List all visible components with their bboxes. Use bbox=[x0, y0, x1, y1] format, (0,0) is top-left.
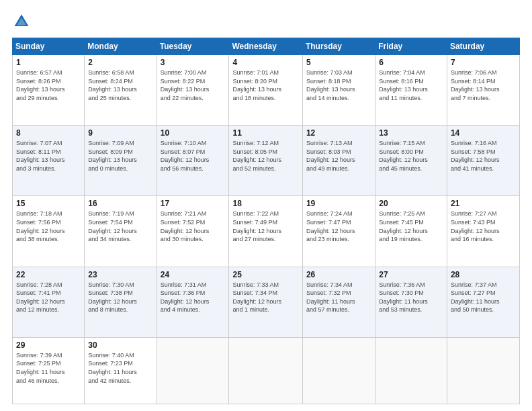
day-info: Sunrise: 7:09 AM Sunset: 8:09 PM Dayligh… bbox=[88, 139, 152, 173]
weekday-row: SundayMondayTuesdayWednesdayThursdayFrid… bbox=[13, 38, 520, 55]
day-info: Sunrise: 7:31 AM Sunset: 7:36 PM Dayligh… bbox=[161, 281, 226, 314]
calendar-cell: 24Sunrise: 7:31 AM Sunset: 7:36 PM Dayli… bbox=[157, 267, 229, 337]
calendar-cell: 29Sunrise: 7:39 AM Sunset: 7:25 PM Dayli… bbox=[13, 337, 85, 404]
calendar-cell: 16Sunrise: 7:19 AM Sunset: 7:54 PM Dayli… bbox=[85, 196, 157, 267]
day-number: 1 bbox=[16, 58, 81, 67]
header bbox=[12, 12, 520, 31]
weekday-header-thursday: Thursday bbox=[302, 38, 375, 55]
day-info: Sunrise: 7:06 AM Sunset: 8:14 PM Dayligh… bbox=[451, 68, 516, 102]
calendar-cell: 18Sunrise: 7:22 AM Sunset: 7:49 PM Dayli… bbox=[229, 196, 302, 267]
calendar-cell: 28Sunrise: 7:37 AM Sunset: 7:27 PM Dayli… bbox=[447, 267, 519, 337]
calendar-week-0: 1Sunrise: 6:57 AM Sunset: 8:26 PM Daylig… bbox=[13, 55, 520, 126]
calendar-cell: 5Sunrise: 7:03 AM Sunset: 8:18 PM Daylig… bbox=[302, 55, 375, 126]
calendar-cell bbox=[302, 337, 375, 404]
calendar-week-2: 15Sunrise: 7:18 AM Sunset: 7:56 PM Dayli… bbox=[13, 196, 520, 267]
calendar-cell: 21Sunrise: 7:27 AM Sunset: 7:43 PM Dayli… bbox=[447, 196, 519, 267]
day-number: 19 bbox=[306, 199, 371, 208]
day-info: Sunrise: 7:04 AM Sunset: 8:16 PM Dayligh… bbox=[379, 68, 443, 102]
logo-icon bbox=[12, 12, 31, 31]
day-number: 12 bbox=[306, 128, 371, 138]
day-number: 10 bbox=[161, 128, 226, 138]
day-info: Sunrise: 7:39 AM Sunset: 7:25 PM Dayligh… bbox=[16, 351, 81, 385]
calendar-cell: 7Sunrise: 7:06 AM Sunset: 8:14 PM Daylig… bbox=[447, 55, 519, 126]
calendar-cell: 1Sunrise: 6:57 AM Sunset: 8:26 PM Daylig… bbox=[13, 55, 85, 126]
calendar-cell: 25Sunrise: 7:33 AM Sunset: 7:34 PM Dayli… bbox=[229, 267, 302, 337]
calendar-cell: 15Sunrise: 7:18 AM Sunset: 7:56 PM Dayli… bbox=[13, 196, 85, 267]
calendar-cell: 8Sunrise: 7:07 AM Sunset: 8:11 PM Daylig… bbox=[13, 126, 85, 196]
day-info: Sunrise: 7:18 AM Sunset: 7:56 PM Dayligh… bbox=[16, 210, 81, 243]
day-info: Sunrise: 7:37 AM Sunset: 7:27 PM Dayligh… bbox=[451, 281, 516, 314]
calendar-cell: 6Sunrise: 7:04 AM Sunset: 8:16 PM Daylig… bbox=[375, 55, 447, 126]
day-number: 22 bbox=[16, 270, 81, 279]
calendar-cell: 4Sunrise: 7:01 AM Sunset: 8:20 PM Daylig… bbox=[229, 55, 302, 126]
day-number: 30 bbox=[88, 340, 152, 350]
weekday-header-saturday: Saturday bbox=[447, 38, 519, 55]
calendar-cell: 11Sunrise: 7:12 AM Sunset: 8:05 PM Dayli… bbox=[229, 126, 302, 196]
day-info: Sunrise: 6:58 AM Sunset: 8:24 PM Dayligh… bbox=[88, 68, 152, 102]
calendar-week-4: 29Sunrise: 7:39 AM Sunset: 7:25 PM Dayli… bbox=[13, 337, 520, 404]
calendar-cell: 10Sunrise: 7:10 AM Sunset: 8:07 PM Dayli… bbox=[157, 126, 229, 196]
day-number: 5 bbox=[306, 58, 371, 67]
day-info: Sunrise: 7:22 AM Sunset: 7:49 PM Dayligh… bbox=[232, 210, 298, 243]
day-info: Sunrise: 6:57 AM Sunset: 8:26 PM Dayligh… bbox=[16, 68, 81, 102]
day-info: Sunrise: 7:40 AM Sunset: 7:23 PM Dayligh… bbox=[88, 351, 152, 385]
day-info: Sunrise: 7:03 AM Sunset: 8:18 PM Dayligh… bbox=[306, 68, 371, 102]
day-number: 29 bbox=[16, 340, 81, 350]
page: SundayMondayTuesdayWednesdayThursdayFrid… bbox=[0, 0, 532, 411]
day-number: 27 bbox=[379, 270, 443, 279]
day-info: Sunrise: 7:36 AM Sunset: 7:30 PM Dayligh… bbox=[379, 281, 443, 314]
day-number: 15 bbox=[16, 199, 81, 208]
calendar-cell: 13Sunrise: 7:15 AM Sunset: 8:00 PM Dayli… bbox=[375, 126, 447, 196]
calendar-cell: 14Sunrise: 7:16 AM Sunset: 7:58 PM Dayli… bbox=[447, 126, 519, 196]
day-number: 4 bbox=[232, 58, 298, 67]
day-number: 28 bbox=[451, 270, 516, 279]
calendar-cell bbox=[157, 337, 229, 404]
weekday-header-wednesday: Wednesday bbox=[229, 38, 302, 55]
calendar-cell: 2Sunrise: 6:58 AM Sunset: 8:24 PM Daylig… bbox=[85, 55, 157, 126]
day-number: 14 bbox=[451, 128, 516, 138]
day-number: 13 bbox=[379, 128, 443, 138]
calendar-cell: 30Sunrise: 7:40 AM Sunset: 7:23 PM Dayli… bbox=[85, 337, 157, 404]
day-number: 25 bbox=[232, 270, 298, 279]
calendar-cell: 3Sunrise: 7:00 AM Sunset: 8:22 PM Daylig… bbox=[157, 55, 229, 126]
day-number: 26 bbox=[306, 270, 371, 279]
day-info: Sunrise: 7:33 AM Sunset: 7:34 PM Dayligh… bbox=[232, 281, 298, 314]
day-info: Sunrise: 7:24 AM Sunset: 7:47 PM Dayligh… bbox=[306, 210, 371, 243]
calendar-body: 1Sunrise: 6:57 AM Sunset: 8:26 PM Daylig… bbox=[13, 55, 520, 404]
weekday-header-friday: Friday bbox=[375, 38, 447, 55]
weekday-header-tuesday: Tuesday bbox=[157, 38, 229, 55]
weekday-header-monday: Monday bbox=[85, 38, 157, 55]
day-info: Sunrise: 7:30 AM Sunset: 7:38 PM Dayligh… bbox=[88, 281, 152, 314]
day-number: 3 bbox=[161, 58, 226, 67]
day-number: 17 bbox=[161, 199, 226, 208]
day-info: Sunrise: 7:19 AM Sunset: 7:54 PM Dayligh… bbox=[88, 210, 152, 243]
day-info: Sunrise: 7:10 AM Sunset: 8:07 PM Dayligh… bbox=[161, 139, 226, 173]
day-info: Sunrise: 7:15 AM Sunset: 8:00 PM Dayligh… bbox=[379, 139, 443, 173]
weekday-header-sunday: Sunday bbox=[13, 38, 85, 55]
day-number: 21 bbox=[451, 199, 516, 208]
day-info: Sunrise: 7:01 AM Sunset: 8:20 PM Dayligh… bbox=[232, 68, 298, 102]
day-number: 23 bbox=[88, 270, 152, 279]
calendar-week-3: 22Sunrise: 7:28 AM Sunset: 7:41 PM Dayli… bbox=[13, 267, 520, 337]
day-number: 20 bbox=[379, 199, 443, 208]
day-info: Sunrise: 7:21 AM Sunset: 7:52 PM Dayligh… bbox=[161, 210, 226, 243]
calendar-header: SundayMondayTuesdayWednesdayThursdayFrid… bbox=[13, 38, 520, 55]
day-info: Sunrise: 7:28 AM Sunset: 7:41 PM Dayligh… bbox=[16, 281, 81, 314]
day-info: Sunrise: 7:00 AM Sunset: 8:22 PM Dayligh… bbox=[161, 68, 226, 102]
day-info: Sunrise: 7:16 AM Sunset: 7:58 PM Dayligh… bbox=[451, 139, 516, 173]
logo bbox=[12, 12, 34, 31]
calendar: SundayMondayTuesdayWednesdayThursdayFrid… bbox=[12, 38, 520, 404]
day-number: 8 bbox=[16, 128, 81, 138]
calendar-week-1: 8Sunrise: 7:07 AM Sunset: 8:11 PM Daylig… bbox=[13, 126, 520, 196]
day-number: 18 bbox=[232, 199, 298, 208]
calendar-cell: 26Sunrise: 7:34 AM Sunset: 7:32 PM Dayli… bbox=[302, 267, 375, 337]
day-number: 2 bbox=[88, 58, 152, 67]
calendar-cell: 23Sunrise: 7:30 AM Sunset: 7:38 PM Dayli… bbox=[85, 267, 157, 337]
day-info: Sunrise: 7:12 AM Sunset: 8:05 PM Dayligh… bbox=[232, 139, 298, 173]
calendar-cell: 12Sunrise: 7:13 AM Sunset: 8:03 PM Dayli… bbox=[302, 126, 375, 196]
calendar-cell: 9Sunrise: 7:09 AM Sunset: 8:09 PM Daylig… bbox=[85, 126, 157, 196]
day-number: 24 bbox=[161, 270, 226, 279]
calendar-cell bbox=[229, 337, 302, 404]
calendar-cell bbox=[447, 337, 519, 404]
day-info: Sunrise: 7:25 AM Sunset: 7:45 PM Dayligh… bbox=[379, 210, 443, 243]
